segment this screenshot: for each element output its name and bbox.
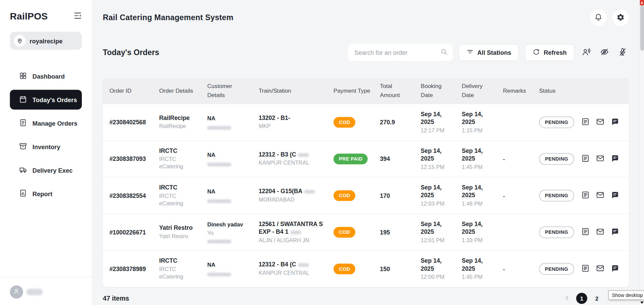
- scroll-down-button[interactable]: [640, 300, 644, 305]
- train-station-cell: 12312 - B3 (C KANPUR CENTRAL: [259, 151, 333, 167]
- avatar[interactable]: [10, 286, 23, 299]
- delivery-time: 1:15 PM: [462, 127, 495, 134]
- total-amount-cell: 270.9: [380, 119, 421, 126]
- scrollbar[interactable]: [640, 0, 644, 305]
- scroll-up-button[interactable]: [640, 0, 644, 5]
- booking-time: 12:03 PM: [421, 200, 453, 208]
- voice-over-button[interactable]: [580, 46, 593, 59]
- invoice-button[interactable]: [580, 191, 590, 201]
- vendor-selector[interactable]: royalrecipe: [10, 32, 82, 50]
- customer-sub: Yo: [207, 229, 251, 236]
- column-header: Remarks: [503, 87, 539, 96]
- email-button[interactable]: [595, 117, 605, 127]
- settings-button[interactable]: [612, 9, 629, 26]
- delivery-date: Sep 14, 2025: [462, 257, 495, 272]
- pagination: 1 2: [562, 293, 602, 304]
- sidebar: RailPOS royalrecipe Dashboard: [0, 0, 93, 305]
- mic-off-button[interactable]: [616, 46, 629, 59]
- train-station-cell: 12561 / SWATANTRA S EXP - B4 1 ALJN / AL…: [259, 220, 333, 244]
- column-header: Booking Date: [421, 82, 462, 100]
- total-amount: 170: [380, 192, 390, 199]
- train-station-cell: 13202 - B1- MKP: [259, 114, 333, 130]
- email-button[interactable]: [595, 154, 605, 164]
- order-details-cell: IRCTC IRCTC eCatering: [159, 147, 207, 171]
- sidebar-item-dashboard[interactable]: Dashboard: [10, 66, 82, 86]
- email-button[interactable]: [595, 264, 605, 274]
- search-input[interactable]: [354, 49, 440, 56]
- invoice-icon: [581, 117, 590, 127]
- booking-time: 12:15 PM: [421, 163, 453, 171]
- order-row[interactable]: #2308402568 RailRecipe RailRecipe NA 132…: [103, 104, 629, 140]
- column-header: Payment Type: [333, 87, 380, 96]
- invoice-button[interactable]: [580, 117, 590, 127]
- status-cell: PENDING: [539, 190, 580, 201]
- sidebar-item-manage-orders[interactable]: Manage Orders: [10, 113, 82, 133]
- invoice-button[interactable]: [580, 154, 590, 164]
- order-vendor: IRCTC: [159, 184, 199, 191]
- sidebar-collapse-button[interactable]: [72, 11, 83, 21]
- order-row[interactable]: #1000226671 Yatri Restro Yatri Restro Di…: [103, 214, 629, 250]
- table-footer: 47 items 1 2: [103, 293, 629, 304]
- order-id-cell: #1000226671: [109, 228, 159, 236]
- email-button[interactable]: [595, 227, 605, 237]
- prev-page-button[interactable]: [562, 294, 572, 303]
- menu-fold-icon: [73, 11, 82, 21]
- booking-date: Sep 14, 2025: [421, 184, 453, 199]
- status-badge: PENDING: [539, 190, 574, 201]
- sidebar-item-inventory[interactable]: Inventory: [10, 137, 82, 157]
- chat-icon: [610, 154, 619, 164]
- report-icon: [19, 189, 27, 198]
- orders-toolbar: Today's Orders All Stations: [103, 44, 629, 61]
- mail-icon: [596, 264, 604, 274]
- vendor-name: royalrecipe: [30, 37, 62, 44]
- sidebar-item-delivery-exec[interactable]: Delivery Exec: [10, 160, 82, 180]
- booking-time: 12:17 PM: [421, 127, 453, 134]
- sidebar-item-label: Report: [33, 190, 52, 197]
- total-amount-cell: 170: [380, 192, 421, 200]
- order-row[interactable]: #2308378989 IRCTC IRCTC eCatering NA 123…: [103, 250, 629, 287]
- invoice-icon: [581, 264, 590, 274]
- stations-filter-button[interactable]: All Stations: [459, 44, 519, 61]
- notifications-button[interactable]: [590, 9, 606, 26]
- scrollbar-thumb[interactable]: [640, 5, 644, 51]
- chat-button[interactable]: [610, 117, 620, 127]
- status-cell: PENDING: [539, 153, 580, 165]
- order-search[interactable]: [348, 44, 453, 61]
- order-row[interactable]: #2308382554 IRCTC IRCTC eCatering NA 122…: [103, 177, 629, 214]
- email-button[interactable]: [595, 191, 605, 201]
- mail-icon: [596, 191, 604, 201]
- order-id-cell: #2308387093: [109, 155, 159, 163]
- status-cell: PENDING: [539, 117, 580, 128]
- station-name: KANPUR CENTRAL: [259, 160, 325, 167]
- chat-button[interactable]: [610, 227, 620, 237]
- payment-type-cell: PRE PAID: [333, 154, 380, 164]
- sidebar-item-todays-orders[interactable]: Today's Orders: [10, 90, 82, 110]
- order-id: #1000226671: [109, 229, 146, 235]
- page-1-button[interactable]: 1: [576, 293, 587, 304]
- chat-button[interactable]: [610, 154, 620, 164]
- chat-icon: [610, 191, 619, 201]
- refresh-button[interactable]: Refresh: [525, 44, 575, 61]
- order-details-cell: IRCTC IRCTC eCatering: [159, 257, 207, 280]
- invoice-button[interactable]: [580, 227, 590, 237]
- status-badge: PENDING: [539, 263, 574, 274]
- chat-button[interactable]: [610, 191, 620, 201]
- remarks: -: [503, 266, 505, 272]
- order-details-cell: RailRecipe RailRecipe: [159, 114, 207, 130]
- customer-name: NA: [207, 115, 251, 122]
- status-badge: PENDING: [539, 153, 574, 165]
- visibility-off-button[interactable]: [598, 46, 611, 59]
- sidebar-item-report[interactable]: Report: [10, 184, 82, 204]
- payment-type-badge: COD: [333, 117, 355, 128]
- sidebar-menu: Dashboard Today's Orders Manage Orders I…: [10, 66, 82, 207]
- page-2-button[interactable]: 2: [591, 293, 602, 304]
- sidebar-divider: [0, 277, 92, 277]
- chat-button[interactable]: [610, 264, 620, 274]
- invoice-button[interactable]: [580, 264, 590, 274]
- delivery-time: 1:33 PM: [462, 237, 495, 244]
- payment-type-cell: COD: [333, 190, 380, 201]
- order-id: #2308378989: [109, 265, 146, 272]
- customer-details-cell: NA: [207, 262, 259, 276]
- order-row[interactable]: #2308387093 IRCTC IRCTC eCatering NA 123…: [103, 140, 629, 177]
- booking-time: 12:00 PM: [421, 273, 453, 281]
